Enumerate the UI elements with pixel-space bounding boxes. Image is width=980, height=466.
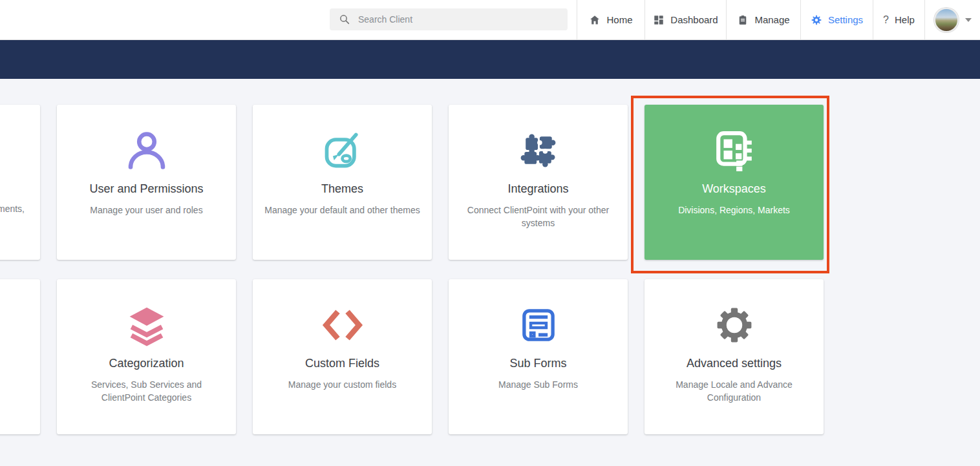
nav-item-help[interactable]: ? Help <box>873 0 924 39</box>
card-advanced-settings[interactable]: Advanced settings Manage Locale and Adva… <box>644 279 824 434</box>
chevron-down-icon[interactable] <box>965 18 972 22</box>
nav-item-manage[interactable]: Manage <box>726 0 800 39</box>
card-title: Sub Forms <box>509 357 566 370</box>
page-banner <box>0 40 980 79</box>
workspaces-icon <box>713 129 756 172</box>
search-input[interactable] <box>358 14 559 25</box>
puzzle-icon <box>517 129 560 172</box>
card-title: User and Permissions <box>89 182 203 196</box>
gear-icon <box>811 14 822 26</box>
form-icon <box>518 304 559 346</box>
avatar[interactable] <box>934 8 959 32</box>
card-title: Advanced settings <box>687 357 782 370</box>
card-description: Manage Locale and Advance Configuration <box>656 378 812 404</box>
home-icon <box>589 14 601 26</box>
selected-card-wrapper: Workspaces Divisions, Regions, Markets <box>644 105 824 260</box>
card-integrations[interactable]: Integrations Connect ClientPoint with yo… <box>449 105 628 260</box>
main-nav: Home Dashboard Manage <box>577 0 980 39</box>
person-icon <box>125 129 168 172</box>
card-description: Connect ClientPoint with your other syst… <box>460 204 616 229</box>
code-brackets-icon <box>321 304 364 346</box>
gear-icon <box>713 304 756 346</box>
partial-card-left-top[interactable]: ments, <box>0 105 40 260</box>
nav-label-help: Help <box>895 14 915 25</box>
card-title: Workspaces <box>702 182 766 196</box>
partial-card-left-bottom[interactable] <box>0 279 40 434</box>
user-menu[interactable] <box>924 0 980 39</box>
palette-brush-icon <box>321 129 364 172</box>
dashboard-icon <box>653 14 665 26</box>
nav-label-home: Home <box>606 14 632 25</box>
cut-description-fragment: ments, <box>0 204 25 214</box>
settings-grid: ments, User and Permissions Manage your … <box>0 79 980 434</box>
card-title: Themes <box>321 182 363 196</box>
card-title: Integrations <box>507 182 568 196</box>
cards-row-1: ments, User and Permissions Manage your … <box>0 79 980 260</box>
clipboard-icon <box>737 14 749 26</box>
card-description: Services, Sub Services and ClientPoint C… <box>69 378 224 404</box>
nav-label-settings: Settings <box>828 14 863 25</box>
card-title: Categorization <box>109 357 184 370</box>
card-title: Custom Fields <box>305 357 379 370</box>
search-icon <box>339 14 350 25</box>
nav-label-dashboard: Dashboard <box>670 14 718 25</box>
client-search[interactable] <box>330 8 568 30</box>
nav-item-home[interactable]: Home <box>577 0 644 39</box>
nav-item-dashboard[interactable]: Dashboard <box>644 0 726 39</box>
card-description: Manage your user and roles <box>90 204 202 217</box>
layers-icon <box>125 304 168 346</box>
question-icon: ? <box>883 14 889 26</box>
card-custom-fields[interactable]: Custom Fields Manage your custom fields <box>253 279 432 434</box>
card-sub-forms[interactable]: Sub Forms Manage Sub Forms <box>449 279 628 434</box>
card-themes[interactable]: Themes Manage your default and other the… <box>253 105 432 260</box>
card-description: Manage Sub Forms <box>498 378 578 391</box>
cards-row-2: Categorization Services, Sub Services an… <box>0 279 980 434</box>
card-description: Manage your custom fields <box>288 378 396 391</box>
card-user-and-permissions[interactable]: User and Permissions Manage your user an… <box>57 105 236 260</box>
top-header: Home Dashboard Manage <box>0 0 980 40</box>
card-workspaces[interactable]: Workspaces Divisions, Regions, Markets <box>644 105 824 260</box>
nav-label-manage: Manage <box>754 14 789 25</box>
card-categorization[interactable]: Categorization Services, Sub Services an… <box>57 279 236 434</box>
card-description: Divisions, Regions, Markets <box>678 204 790 217</box>
nav-item-settings[interactable]: Settings <box>800 0 873 39</box>
card-description: Manage your default and other themes <box>264 204 420 217</box>
